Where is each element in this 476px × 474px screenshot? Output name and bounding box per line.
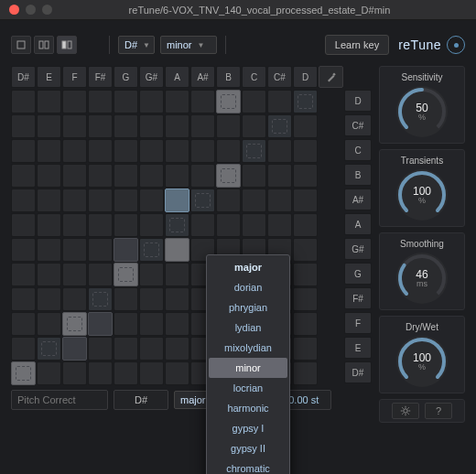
drywet-knob[interactable]: 100 % [396, 336, 448, 387]
grid-cell[interactable] [139, 238, 164, 262]
grid-header-cell[interactable]: B [216, 66, 241, 88]
grid-header-cell[interactable]: F# [88, 66, 113, 88]
help-button[interactable]: ? [425, 403, 452, 419]
grid-cell[interactable] [293, 213, 318, 237]
grid-cell[interactable] [165, 90, 189, 113]
grid-cell[interactable] [37, 263, 61, 286]
grid-cell[interactable] [165, 312, 189, 336]
grid-cell[interactable] [165, 114, 189, 138]
smoothing-knob[interactable]: 46 ms [396, 253, 448, 304]
grid-cell[interactable] [88, 287, 113, 311]
scale-dropdown[interactable]: minor ▼ [160, 36, 217, 54]
grid-out-label[interactable]: A# [344, 189, 372, 210]
grid-cell[interactable] [293, 114, 318, 138]
grid-cell[interactable] [139, 139, 164, 163]
grid-out-label[interactable]: A [344, 213, 372, 235]
grid-cell[interactable] [190, 213, 215, 237]
grid-cell[interactable] [293, 139, 318, 163]
grid-cell[interactable] [165, 361, 189, 385]
grid-cell[interactable] [139, 90, 164, 113]
grid-cell[interactable] [11, 114, 36, 138]
grid-cell[interactable] [165, 189, 189, 212]
grid-out-label[interactable]: F [344, 312, 372, 334]
grid-cell[interactable] [88, 238, 113, 262]
grid-cell[interactable] [88, 312, 113, 336]
grid-cell[interactable] [293, 312, 318, 336]
grid-cell[interactable] [62, 114, 87, 138]
grid-cell[interactable] [139, 337, 164, 361]
grid-cell[interactable] [165, 164, 189, 188]
grid-cell[interactable] [216, 114, 241, 138]
grid-cell[interactable] [62, 312, 87, 336]
grid-cell[interactable] [37, 90, 61, 113]
grid-cell[interactable] [37, 213, 61, 237]
grid-cell[interactable] [165, 337, 189, 361]
grid-cell[interactable] [88, 114, 113, 138]
pitch-correct-field[interactable]: Pitch Correct [11, 390, 108, 410]
grid-cell[interactable] [139, 189, 164, 212]
grid-cell[interactable] [37, 287, 61, 311]
grid-cell[interactable] [139, 114, 164, 138]
grid-cell[interactable] [62, 238, 87, 262]
grid-header-cell[interactable]: G# [139, 66, 164, 88]
brush-tool-button[interactable] [319, 66, 343, 88]
grid-cell[interactable] [267, 164, 292, 188]
scale-menu[interactable]: majordorianphrygianlydianmixolydianminor… [206, 254, 290, 474]
grid-cell[interactable] [165, 238, 189, 262]
grid-cell[interactable] [293, 164, 318, 188]
grid-cell[interactable] [88, 337, 113, 361]
grid-cell[interactable] [62, 90, 87, 113]
grid-cell[interactable] [267, 189, 292, 212]
scale-menu-item[interactable]: gypsy I [207, 418, 289, 438]
grid-cell[interactable] [37, 189, 61, 212]
grid-header-cell[interactable]: G [114, 66, 138, 88]
grid-cell[interactable] [62, 361, 87, 385]
grid-cell[interactable] [139, 361, 164, 385]
scale-menu-item[interactable]: gypsy II [207, 438, 289, 458]
key-dropdown[interactable]: D# ▼ [118, 36, 155, 54]
view-split-button[interactable] [34, 36, 54, 54]
grid-cell[interactable] [114, 238, 138, 262]
grid-cell[interactable] [242, 114, 266, 138]
grid-cell[interactable] [37, 337, 61, 361]
settings-button[interactable] [392, 403, 419, 419]
grid-cell[interactable] [267, 213, 292, 237]
grid-cell[interactable] [114, 361, 138, 385]
grid-cell[interactable] [11, 164, 36, 188]
grid-cell[interactable] [190, 139, 215, 163]
grid-cell[interactable] [293, 189, 318, 212]
grid-cell[interactable] [242, 139, 266, 163]
grid-cell[interactable] [139, 312, 164, 336]
grid-cell[interactable] [88, 361, 113, 385]
grid-cell[interactable] [11, 90, 36, 113]
grid-cell[interactable] [114, 287, 138, 311]
grid-cell[interactable] [242, 189, 266, 212]
scale-menu-item[interactable]: dorian [207, 277, 289, 297]
scale-menu-item[interactable]: chromatic [207, 458, 289, 474]
grid-cell[interactable] [242, 164, 266, 188]
grid-cell[interactable] [293, 361, 318, 385]
grid-cell[interactable] [293, 90, 318, 113]
grid-cell[interactable] [11, 361, 36, 385]
grid-cell[interactable] [114, 213, 138, 237]
grid-cell[interactable] [62, 189, 87, 212]
close-icon[interactable] [9, 5, 19, 15]
scale-menu-item[interactable]: minor [209, 358, 287, 378]
grid-cell[interactable] [216, 189, 241, 212]
grid-header-cell[interactable]: A# [190, 66, 215, 88]
grid-cell[interactable] [139, 287, 164, 311]
grid-cell[interactable] [165, 287, 189, 311]
grid-cell[interactable] [216, 139, 241, 163]
grid-cell[interactable] [11, 139, 36, 163]
grid-cell[interactable] [114, 90, 138, 113]
grid-cell[interactable] [37, 238, 61, 262]
grid-cell[interactable] [62, 213, 87, 237]
grid-cell[interactable] [62, 164, 87, 188]
grid-cell[interactable] [293, 337, 318, 361]
grid-cell[interactable] [88, 90, 113, 113]
scale-menu-item[interactable]: major [207, 257, 289, 277]
grid-cell[interactable] [293, 287, 318, 311]
grid-cell[interactable] [11, 263, 36, 286]
grid-out-label[interactable]: F# [344, 287, 372, 309]
grid-cell[interactable] [190, 114, 215, 138]
